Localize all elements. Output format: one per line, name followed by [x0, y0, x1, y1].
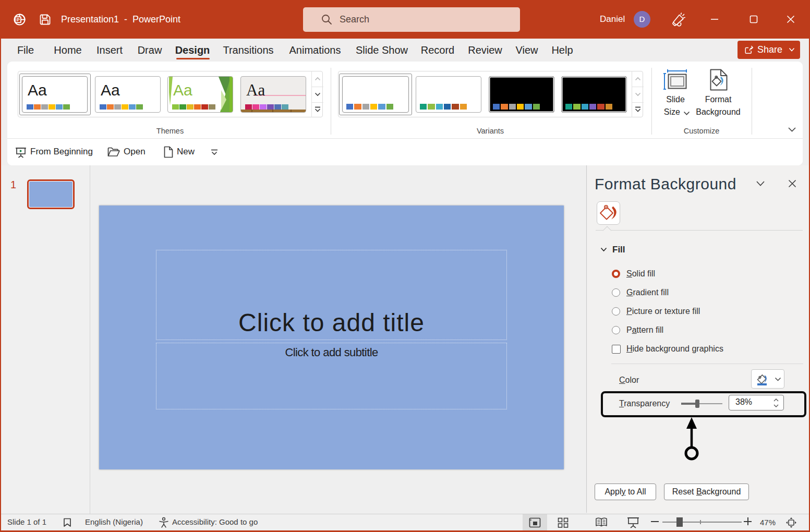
svg-text:P: P	[16, 17, 20, 22]
